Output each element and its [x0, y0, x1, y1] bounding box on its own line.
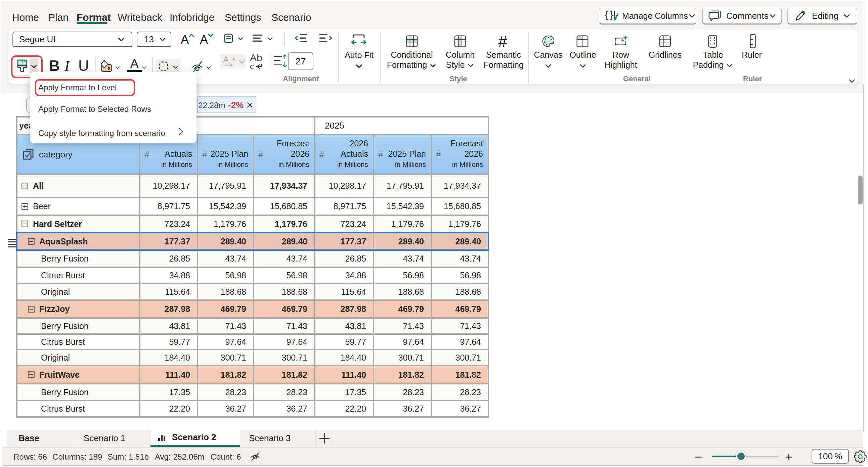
svg-text:c: c [250, 62, 254, 70]
svg-text:A: A [200, 33, 208, 46]
svg-text:A: A [223, 55, 229, 64]
svg-text:A: A [181, 33, 189, 46]
